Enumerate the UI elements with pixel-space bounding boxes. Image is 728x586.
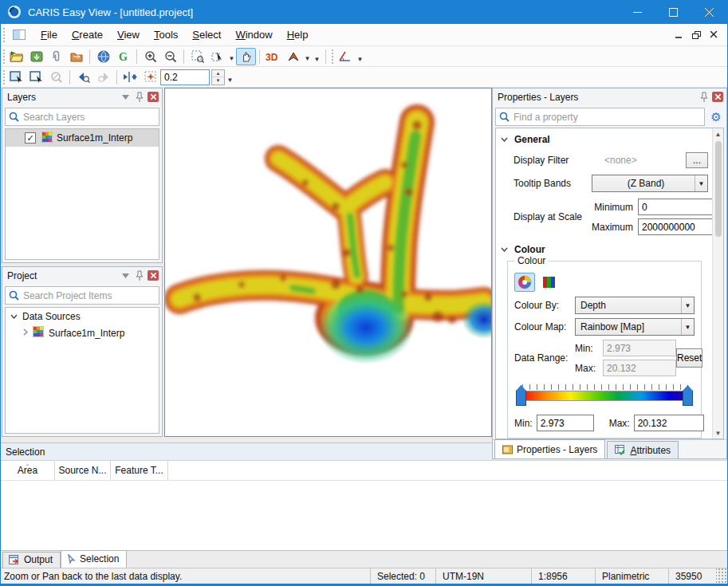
menu-view[interactable]: View bbox=[110, 26, 147, 44]
clear-selection-button[interactable] bbox=[46, 69, 66, 86]
separator bbox=[183, 49, 184, 64]
north-arrow-button[interactable] bbox=[283, 48, 303, 65]
maximize-button[interactable] bbox=[655, 0, 691, 24]
flash-scale-spinner[interactable]: ▲▼ bbox=[211, 69, 225, 85]
selection-panel-title: Selection bbox=[6, 446, 45, 458]
gear-icon[interactable]: ⚙ bbox=[708, 110, 724, 124]
north-arrow-dropdown[interactable]: ▼ bbox=[303, 48, 312, 65]
menu-tools[interactable]: Tools bbox=[147, 26, 185, 44]
colour-map-combo[interactable]: Rainbow [Map] ▼ bbox=[575, 318, 695, 336]
property-search-input[interactable] bbox=[514, 112, 701, 123]
zoom-in-button[interactable] bbox=[140, 48, 160, 65]
menu-create[interactable]: Create bbox=[65, 26, 110, 44]
spinner-down-icon[interactable]: ▼ bbox=[212, 77, 224, 85]
menu-window[interactable]: Window bbox=[228, 26, 279, 44]
pan-tool-button[interactable] bbox=[236, 48, 256, 65]
layers-search-input[interactable] bbox=[23, 112, 155, 123]
resize-grip[interactable] bbox=[716, 568, 727, 584]
selection-table-body[interactable] bbox=[1, 481, 727, 550]
scale-maximum-input[interactable] bbox=[638, 218, 718, 235]
zoom-area-button[interactable] bbox=[187, 48, 207, 65]
minimize-button[interactable] bbox=[620, 0, 655, 24]
angle-measure-button[interactable] bbox=[335, 48, 355, 65]
flash-scale-input[interactable] bbox=[160, 69, 210, 85]
tab-properties-layers[interactable]: Properties - Layers bbox=[494, 439, 605, 458]
colour-by-combo[interactable]: Depth ▼ bbox=[575, 297, 695, 314]
select-tool-dropdown[interactable]: ▼ bbox=[227, 48, 236, 65]
google-earth-button[interactable]: G bbox=[113, 48, 133, 65]
toolbar-main: G ▼ 3D ▼ ▼ ▼ bbox=[1, 46, 727, 67]
panel-menu-icon[interactable] bbox=[119, 270, 132, 281]
spinner-up-icon[interactable]: ▲ bbox=[212, 70, 224, 78]
property-search[interactable] bbox=[495, 108, 705, 126]
panel-close-icon[interactable] bbox=[712, 92, 723, 102]
select-by-rect-alt-button[interactable] bbox=[26, 69, 46, 86]
project-search[interactable] bbox=[5, 286, 159, 305]
column-header-source-name[interactable]: Source N... bbox=[55, 461, 111, 480]
scale-minimum-input[interactable] bbox=[638, 199, 718, 215]
layer-item[interactable]: ✓ Surface1m_Interp bbox=[6, 129, 159, 147]
mdi-close-button[interactable] bbox=[705, 28, 722, 42]
data-range-min-input[interactable] bbox=[603, 340, 676, 356]
layer-checkbox[interactable]: ✓ bbox=[25, 132, 36, 144]
panel-close-icon[interactable] bbox=[148, 92, 159, 102]
toolbar-overflow[interactable]: ▼ bbox=[312, 48, 322, 65]
data-range-max-input[interactable] bbox=[603, 360, 676, 376]
range-min-input[interactable] bbox=[537, 415, 594, 431]
mdi-minimize-button[interactable] bbox=[670, 28, 687, 42]
column-header-feature-type[interactable]: Feature T... bbox=[111, 461, 168, 480]
import-button[interactable] bbox=[26, 48, 46, 65]
project-search-input[interactable] bbox=[23, 290, 155, 301]
pin-icon[interactable] bbox=[698, 92, 710, 103]
close-button[interactable] bbox=[691, 0, 727, 24]
scroll-up-icon[interactable]: ▲ bbox=[713, 128, 723, 140]
measure-overflow[interactable]: ▼ bbox=[355, 48, 365, 65]
flash-area-button[interactable] bbox=[140, 69, 160, 86]
column-header-area[interactable]: ⌄ Area bbox=[1, 461, 55, 480]
pin-icon[interactable] bbox=[133, 92, 146, 103]
tab-attributes[interactable]: Attributes bbox=[607, 441, 679, 458]
menu-file[interactable]: File bbox=[33, 26, 65, 44]
tab-output[interactable]: Output bbox=[2, 552, 61, 568]
colour-range-slider[interactable] bbox=[516, 384, 693, 408]
map-view[interactable] bbox=[164, 88, 492, 437]
open-file-button[interactable] bbox=[6, 48, 26, 65]
chevron-right-icon[interactable] bbox=[23, 328, 28, 337]
menu-select[interactable]: Select bbox=[185, 26, 228, 44]
tab-selection[interactable]: Selection bbox=[61, 550, 127, 568]
panel-close-icon[interactable] bbox=[148, 270, 159, 281]
rgb-bands-button[interactable] bbox=[538, 273, 559, 292]
colour-wheel-button[interactable] bbox=[514, 273, 535, 292]
zoom-out-button[interactable] bbox=[160, 48, 180, 65]
tree-node-surface[interactable]: Surface1m_Interp bbox=[6, 324, 159, 341]
display-filter-browse-button[interactable]: ... bbox=[686, 152, 708, 168]
tooltip-bands-combo[interactable]: (Z Band) ▼ bbox=[592, 175, 708, 192]
properties-body: General Display Filter <none> ... Toolti… bbox=[495, 128, 724, 439]
3d-view-button[interactable]: 3D bbox=[263, 48, 283, 65]
scroll-down-icon[interactable]: ▼ bbox=[713, 427, 723, 439]
pin-icon[interactable] bbox=[133, 270, 146, 281]
tree-node-data-sources[interactable]: Data Sources bbox=[6, 308, 159, 324]
reset-button[interactable]: Reset bbox=[676, 348, 702, 368]
range-max-input[interactable] bbox=[634, 415, 704, 431]
scrollbar-thumb[interactable] bbox=[715, 141, 722, 237]
fit-width-button[interactable] bbox=[120, 69, 140, 86]
panel-menu-icon[interactable] bbox=[119, 92, 132, 103]
tree-root-label: Data Sources bbox=[22, 311, 81, 322]
zoom-previous-button[interactable] bbox=[73, 69, 93, 86]
toolbar-overflow[interactable]: ▼ bbox=[225, 69, 235, 86]
select-tool-button[interactable] bbox=[207, 48, 227, 65]
section-general[interactable]: General bbox=[496, 128, 711, 149]
menu-help[interactable]: Help bbox=[280, 26, 316, 44]
toolbar-grip[interactable] bbox=[2, 27, 6, 43]
select-by-rect-button[interactable] bbox=[6, 69, 26, 86]
close-file-button[interactable] bbox=[66, 48, 86, 65]
chevron-down-icon[interactable] bbox=[10, 313, 18, 321]
properties-scrollbar[interactable]: ▲ ▼ bbox=[712, 128, 723, 439]
zoom-next-button[interactable] bbox=[93, 69, 113, 86]
globe-button[interactable] bbox=[93, 48, 113, 65]
mdi-restore-button[interactable] bbox=[687, 28, 705, 42]
attach-button[interactable] bbox=[46, 48, 66, 65]
layers-search[interactable] bbox=[5, 108, 159, 126]
properties-panel-title: Properties - Layers bbox=[498, 92, 696, 103]
